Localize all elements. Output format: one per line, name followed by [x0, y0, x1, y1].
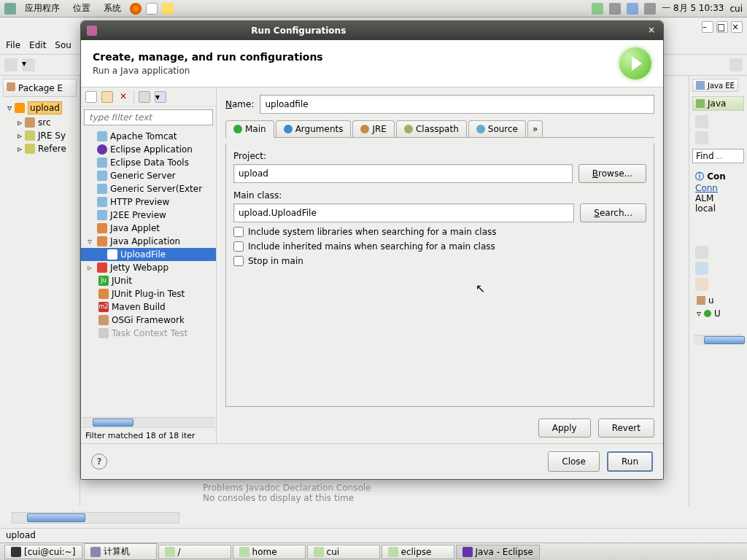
perspective-javaee[interactable]: Java EE	[692, 79, 738, 92]
eclipse-icon	[97, 144, 107, 155]
dialog-titlebar[interactable]: Run Configurations ×	[81, 21, 663, 40]
minimized-view-icon[interactable]	[695, 131, 708, 144]
tab-classpath[interactable]: Classpath	[396, 120, 467, 137]
tree-node-maven[interactable]: m2Maven Build	[81, 300, 216, 314]
toolbar-dropdown-icon[interactable]: ▾	[22, 58, 35, 71]
ref-node[interactable]: ▹Refere	[7, 142, 77, 155]
run-button[interactable]: Run	[607, 451, 653, 472]
volume-icon[interactable]	[609, 3, 621, 15]
close-button[interactable]: ×	[731, 21, 743, 33]
outline-mini-icon[interactable]	[695, 246, 708, 259]
tree-node-applet[interactable]: Java Applet	[81, 222, 216, 235]
config-tree[interactable]: Apache Tomcat Eclipse Application Eclips…	[81, 128, 216, 417]
minimized-view-icon[interactable]	[695, 115, 708, 128]
search-button[interactable]: Search...	[580, 203, 646, 222]
menu-file[interactable]: File	[6, 40, 20, 50]
chk-system-libs[interactable]	[233, 227, 244, 237]
tree-node-tomcat[interactable]: Apache Tomcat	[81, 130, 216, 143]
project-node[interactable]: ▿upload	[7, 100, 77, 116]
apply-button[interactable]: Apply	[538, 419, 591, 438]
menu-places[interactable]: 位置	[69, 1, 95, 16]
clipboard-icon[interactable]	[644, 3, 656, 15]
task-eclipse-folder[interactable]: eclipse	[382, 545, 454, 559]
jre-node[interactable]: ▹JRE Sy	[7, 129, 77, 142]
outline-mini-icon[interactable]	[695, 262, 708, 275]
tree-node-j2ee[interactable]: J2EE Preview	[81, 209, 216, 222]
name-input[interactable]	[260, 95, 654, 114]
tree-node-datatools[interactable]: Eclipse Data Tools	[81, 156, 216, 169]
mail-icon[interactable]	[146, 3, 158, 15]
gnome-logo-icon	[4, 3, 16, 15]
menu-system[interactable]: 系统	[99, 1, 125, 16]
tab-more[interactable]: »	[527, 120, 543, 137]
connect-link[interactable]: Conn	[695, 183, 718, 193]
maximize-button[interactable]: □	[716, 21, 728, 33]
tree-node-eclipseapp[interactable]: Eclipse Application	[81, 143, 216, 156]
name-label: Name:	[225, 99, 254, 109]
outline-scrollbar[interactable]	[694, 335, 743, 345]
browse-button[interactable]: Browse...	[578, 164, 646, 183]
tree-node-javaapp[interactable]: ▿Java Application	[81, 235, 216, 248]
tab-strip: Main Arguments JRE Classpath Source »	[225, 120, 654, 138]
filter-input[interactable]	[84, 109, 213, 125]
perspective-java[interactable]: Java	[692, 96, 744, 111]
tree-node-junit[interactable]: JuJUnit	[81, 274, 216, 287]
pkgexp-scrollbar[interactable]	[12, 512, 179, 524]
tree-node-uploadfile[interactable]: UploadFile	[81, 248, 216, 261]
java-icon	[97, 236, 107, 246]
task-eclipse-app[interactable]: Java - Eclipse	[456, 545, 540, 559]
tree-node-httpprev[interactable]: HTTP Preview	[81, 195, 216, 209]
task-root[interactable]: /	[158, 545, 231, 559]
tab-source[interactable]: Source	[468, 120, 526, 137]
tree-node-task[interactable]: Task Context Test	[81, 327, 216, 340]
tab-jre[interactable]: JRE	[352, 120, 394, 137]
package-explorer-title[interactable]: Package E	[3, 79, 77, 97]
tree-scrollbar[interactable]	[82, 417, 214, 427]
tab-panel-main: Project: Browse... Main class: Search...…	[225, 144, 654, 407]
task-cui[interactable]: cui	[307, 545, 380, 559]
tree-node-osgi[interactable]: OSGi Framework	[81, 314, 216, 327]
tree-node-genserverext[interactable]: Generic Server(Exter	[81, 182, 216, 195]
task-computer[interactable]: 计算机	[84, 543, 157, 560]
tab-arguments[interactable]: Arguments	[276, 120, 352, 137]
clock[interactable]: 一 8月 5 10:33	[662, 2, 724, 15]
menu-applications[interactable]: 应用程序	[20, 1, 64, 16]
firefox-icon[interactable]	[130, 3, 142, 15]
chk-stop-main[interactable]	[233, 256, 244, 266]
tree-node-genserver[interactable]: Generic Server	[81, 169, 216, 182]
filter-icon[interactable]: ▾	[155, 91, 166, 103]
dialog-close-icon[interactable]: ×	[646, 25, 657, 36]
tree-node-junitplug[interactable]: JUnit Plug-in Test	[81, 287, 216, 300]
right-strip: Java EE Java Find ⎵ ⓘ Con Conn ALM local…	[689, 76, 747, 506]
outline-mini-icon[interactable]	[695, 278, 708, 291]
task-home[interactable]: home	[233, 545, 306, 559]
mainclass-input[interactable]	[233, 203, 574, 222]
delete-config-icon[interactable]: ✕	[117, 91, 129, 103]
note-icon[interactable]	[162, 3, 174, 15]
outline-item[interactable]: u	[692, 294, 744, 307]
duplicate-config-icon[interactable]	[101, 91, 113, 103]
tree-node-jetty[interactable]: ▹Jetty Webapp	[81, 261, 216, 274]
tab-main[interactable]: Main	[225, 120, 274, 138]
menu-edit[interactable]: Edit	[29, 40, 46, 50]
help-icon[interactable]: ?	[91, 454, 107, 470]
src-node[interactable]: ▹src	[7, 116, 77, 129]
network-icon[interactable]	[627, 3, 638, 15]
perspective-switcher[interactable]	[729, 58, 743, 71]
user-menu[interactable]: cui	[729, 4, 743, 14]
console-tabs[interactable]: Problems Javadoc Declaration Console	[203, 483, 661, 493]
toolbar-new-icon[interactable]	[4, 58, 18, 71]
quick-find[interactable]: Find ⎵	[692, 149, 744, 163]
menu-source[interactable]: Sou	[55, 40, 71, 50]
close-button[interactable]: Close	[548, 451, 600, 472]
minimize-button[interactable]: –	[702, 21, 713, 33]
outline-item[interactable]: ▿U	[692, 307, 744, 320]
revert-button[interactable]: Revert	[598, 419, 654, 438]
task-terminal[interactable]: [cui@cui:~]	[4, 545, 82, 559]
chk-inherited[interactable]	[233, 241, 244, 252]
project-label: Project:	[233, 151, 646, 161]
collapse-all-icon[interactable]	[139, 91, 150, 103]
update-icon[interactable]	[592, 3, 603, 15]
project-input[interactable]	[233, 164, 573, 183]
new-config-icon[interactable]	[85, 91, 97, 103]
